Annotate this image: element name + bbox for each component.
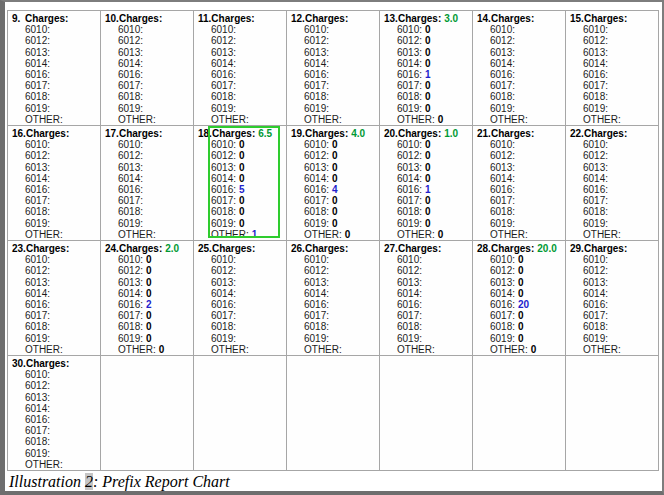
code-label: OTHER: <box>118 229 156 240</box>
empty-cell <box>566 356 659 471</box>
code-line: 6017: <box>211 80 284 91</box>
code-line: 6012: <box>583 265 656 276</box>
charges-header: 13.Charges:3.0 <box>384 13 470 24</box>
code-label: 6010: <box>118 24 143 35</box>
charges-header: 22.Charges: <box>570 128 656 139</box>
code-line: 6018:0 <box>304 206 377 217</box>
code-line: 6018: <box>583 206 656 217</box>
code-line: 6010:0 <box>490 254 563 265</box>
code-value: 0 <box>438 114 444 125</box>
code-label: 6013: <box>118 47 143 58</box>
code-line: OTHER: <box>25 229 98 240</box>
code-line: OTHER:0 <box>304 229 377 240</box>
code-label: 6010: <box>583 254 608 265</box>
code-value: 0 <box>332 173 338 184</box>
code-line: 6013: <box>25 392 98 403</box>
code-line: 6017:0 <box>490 310 563 321</box>
code-line: 6013: <box>397 277 470 288</box>
code-label: 6018: <box>25 206 50 217</box>
code-label: 6016: <box>397 69 422 80</box>
code-lines: 6010:6012:6013:6014:6016:6017:6018:6019:… <box>25 139 98 240</box>
code-label: 6010: <box>304 139 329 150</box>
code-label: 6019: <box>490 103 515 114</box>
code-label: 6016: <box>118 299 143 310</box>
code-line: OTHER: <box>118 114 191 125</box>
charges-header: 23.Charges: <box>12 243 98 254</box>
code-line: 6018:0 <box>211 206 284 217</box>
code-label: 6013: <box>490 162 515 173</box>
code-label: 6010: <box>490 139 515 150</box>
code-label: OTHER: <box>304 114 342 125</box>
code-line: 6017:0 <box>397 195 470 206</box>
code-label: 6012: <box>25 265 50 276</box>
code-lines: 6010:6012:6013:6014:6016:6017:6018:6019:… <box>25 24 98 125</box>
code-line: 6014:0 <box>211 173 284 184</box>
charges-header: 11.Charges: <box>198 13 284 24</box>
code-label: 6014: <box>304 58 329 69</box>
code-label: 6010: <box>25 369 50 380</box>
code-label: 6012: <box>118 150 143 161</box>
code-label: 6013: <box>583 162 608 173</box>
code-line: 6017: <box>25 310 98 321</box>
empty-cell <box>380 356 473 471</box>
code-label: 6017: <box>304 310 329 321</box>
charges-total: 1.0 <box>444 128 458 139</box>
code-label: 6012: <box>25 150 50 161</box>
cell-number: 30. <box>12 358 26 369</box>
code-value: 0 <box>239 139 245 150</box>
code-value: 0 <box>146 254 152 265</box>
code-line: 6016: <box>304 69 377 80</box>
code-label: 6017: <box>583 80 608 91</box>
code-line: 6018: <box>304 321 377 332</box>
code-line: 6016: <box>304 299 377 310</box>
code-line: 6017: <box>25 80 98 91</box>
code-line: OTHER: <box>25 344 98 355</box>
cell-number: 25. <box>198 243 212 254</box>
code-lines: 6010:06012:06013:06014:06016:46017:06018… <box>304 139 377 240</box>
code-line: 6012: <box>211 265 284 276</box>
code-line: 6014: <box>304 58 377 69</box>
cell-number: 23. <box>12 243 26 254</box>
code-line: 6018: <box>583 91 656 102</box>
code-line: 6014: <box>25 288 98 299</box>
code-line: 6013: <box>583 162 656 173</box>
code-value: 0 <box>239 150 245 161</box>
code-value: 0 <box>425 24 431 35</box>
code-lines: 6010:06012:06013:06014:06016:56017:06018… <box>211 139 284 240</box>
charges-cell: 14.Charges: 6010:6012:6013:6014:6016:601… <box>473 11 566 126</box>
code-label: 6019: <box>397 333 422 344</box>
code-label: 6014: <box>211 288 236 299</box>
code-label: 6012: <box>583 150 608 161</box>
code-value: 0 <box>146 288 152 299</box>
code-value: 0 <box>425 139 431 150</box>
code-lines: 6010:6012:6013:6014:6016:6017:6018:6019:… <box>490 24 563 125</box>
cell-number: 14. <box>477 13 491 24</box>
code-value: 0 <box>239 206 245 217</box>
top-margin <box>5 2 662 10</box>
code-value: 0 <box>518 265 524 276</box>
code-value: 0 <box>425 47 431 58</box>
code-line: OTHER:0 <box>118 344 191 355</box>
code-line: 6019: <box>211 103 284 114</box>
cell-number: 11. <box>198 13 211 24</box>
code-label: 6014: <box>397 173 422 184</box>
code-label: 6010: <box>304 254 329 265</box>
code-label: 6012: <box>583 35 608 46</box>
code-line: 6010: <box>211 24 284 35</box>
cell-number: 17. <box>105 128 119 139</box>
code-label: 6013: <box>583 47 608 58</box>
code-line: 6017: <box>490 195 563 206</box>
charges-total: 6.5 <box>258 128 272 139</box>
code-value: 0 <box>332 162 338 173</box>
code-label: 6014: <box>583 58 608 69</box>
code-line: 6018:0 <box>397 91 470 102</box>
code-value: 0 <box>518 254 524 265</box>
charges-cell: 21.Charges: 6010:6012:6013:6014:6016:601… <box>473 126 566 241</box>
charges-header: 9.Charges: <box>12 13 98 24</box>
code-line: OTHER: <box>211 344 284 355</box>
code-line: 6013:0 <box>118 277 191 288</box>
code-label: 6017: <box>25 425 50 436</box>
code-line: 6017: <box>25 195 98 206</box>
code-label: 6019: <box>25 448 50 459</box>
charges-total: 3.0 <box>444 13 458 24</box>
